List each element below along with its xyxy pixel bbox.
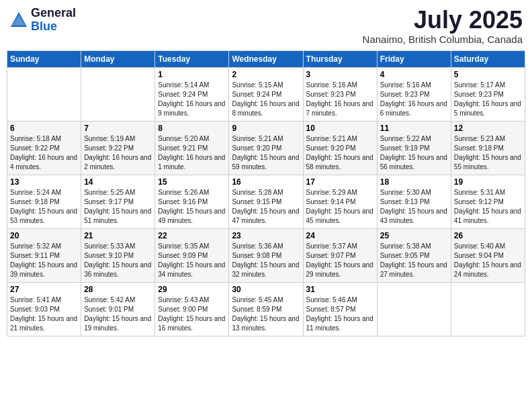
calendar-header-sunday: Sunday [7, 50, 81, 67]
calendar-cell: 20Sunrise: 5:32 AMSunset: 9:11 PMDayligh… [7, 228, 81, 282]
day-number: 8 [158, 124, 226, 133]
logo-icon [9, 11, 28, 30]
day-info: Sunrise: 5:33 AMSunset: 9:10 PMDaylight:… [84, 242, 152, 279]
day-info: Sunrise: 5:17 AMSunset: 9:23 PMDaylight:… [454, 81, 522, 118]
day-number: 16 [232, 177, 300, 187]
calendar-cell: 22Sunrise: 5:35 AMSunset: 9:09 PMDayligh… [155, 228, 229, 282]
day-info: Sunrise: 5:35 AMSunset: 9:09 PMDaylight:… [158, 242, 226, 279]
logo: General Blue [9, 7, 76, 34]
day-info: Sunrise: 5:28 AMSunset: 9:15 PMDaylight:… [232, 188, 300, 226]
day-number: 11 [380, 124, 448, 133]
calendar-cell: 21Sunrise: 5:33 AMSunset: 9:10 PMDayligh… [81, 228, 155, 282]
calendar-week-3: 13Sunrise: 5:24 AMSunset: 9:18 PMDayligh… [7, 175, 525, 228]
calendar-header-wednesday: Wednesday [229, 50, 303, 67]
calendar-cell: 29Sunrise: 5:43 AMSunset: 9:00 PMDayligh… [155, 282, 229, 336]
day-info: Sunrise: 5:16 AMSunset: 9:23 PMDaylight:… [380, 81, 448, 118]
calendar-cell: 31Sunrise: 5:46 AMSunset: 8:57 PMDayligh… [303, 282, 377, 336]
calendar-header-row: SundayMondayTuesdayWednesdayThursdayFrid… [7, 50, 525, 67]
day-info: Sunrise: 5:21 AMSunset: 9:20 PMDaylight:… [232, 134, 300, 172]
calendar-cell: 13Sunrise: 5:24 AMSunset: 9:18 PMDayligh… [7, 175, 81, 228]
calendar-cell: 26Sunrise: 5:40 AMSunset: 9:04 PMDayligh… [451, 228, 525, 282]
location-subtitle: Nanaimo, British Columbia, Canada [363, 34, 523, 45]
calendar-cell: 10Sunrise: 5:21 AMSunset: 9:20 PMDayligh… [303, 121, 377, 175]
day-info: Sunrise: 5:41 AMSunset: 9:03 PMDaylight:… [10, 295, 78, 333]
day-info: Sunrise: 5:19 AMSunset: 9:22 PMDaylight:… [84, 134, 152, 172]
calendar-cell [377, 282, 451, 336]
calendar-cell: 3Sunrise: 5:16 AMSunset: 9:23 PMDaylight… [303, 67, 377, 121]
day-info: Sunrise: 5:31 AMSunset: 9:12 PMDaylight:… [454, 188, 522, 226]
day-info: Sunrise: 5:46 AMSunset: 8:57 PMDaylight:… [306, 295, 374, 333]
calendar-cell [451, 282, 525, 336]
calendar-cell: 12Sunrise: 5:23 AMSunset: 9:18 PMDayligh… [451, 121, 525, 175]
day-number: 5 [454, 70, 522, 79]
day-number: 13 [10, 177, 78, 187]
calendar-cell: 2Sunrise: 5:15 AMSunset: 9:24 PMDaylight… [229, 67, 303, 121]
day-info: Sunrise: 5:24 AMSunset: 9:18 PMDaylight:… [10, 188, 78, 226]
svg-marker-1 [12, 15, 26, 26]
day-number: 23 [232, 231, 300, 240]
day-number: 1 [158, 70, 226, 79]
calendar-cell: 28Sunrise: 5:42 AMSunset: 9:01 PMDayligh… [81, 282, 155, 336]
calendar-header-friday: Friday [377, 50, 451, 67]
day-number: 28 [84, 285, 152, 294]
title-block: July 2025 Nanaimo, British Columbia, Can… [363, 7, 523, 45]
calendar-cell: 1Sunrise: 5:14 AMSunset: 9:24 PMDaylight… [155, 67, 229, 121]
day-number: 17 [306, 177, 374, 187]
calendar-week-4: 20Sunrise: 5:32 AMSunset: 9:11 PMDayligh… [7, 228, 525, 282]
day-number: 15 [158, 177, 226, 187]
day-info: Sunrise: 5:14 AMSunset: 9:24 PMDaylight:… [158, 81, 226, 118]
day-number: 14 [84, 177, 152, 187]
day-number: 10 [306, 124, 374, 133]
calendar-cell: 9Sunrise: 5:21 AMSunset: 9:20 PMDaylight… [229, 121, 303, 175]
day-number: 25 [380, 231, 448, 240]
logo-blue: Blue [31, 20, 76, 34]
calendar-week-5: 27Sunrise: 5:41 AMSunset: 9:03 PMDayligh… [7, 282, 525, 336]
day-info: Sunrise: 5:37 AMSunset: 9:07 PMDaylight:… [306, 242, 374, 279]
calendar-cell: 27Sunrise: 5:41 AMSunset: 9:03 PMDayligh… [7, 282, 81, 336]
day-info: Sunrise: 5:40 AMSunset: 9:04 PMDaylight:… [454, 242, 522, 279]
day-info: Sunrise: 5:22 AMSunset: 9:19 PMDaylight:… [380, 134, 448, 172]
calendar-header-saturday: Saturday [451, 50, 525, 67]
calendar-cell: 6Sunrise: 5:18 AMSunset: 9:22 PMDaylight… [7, 121, 81, 175]
day-number: 22 [158, 231, 226, 240]
calendar-cell: 4Sunrise: 5:16 AMSunset: 9:23 PMDaylight… [377, 67, 451, 121]
day-number: 7 [84, 124, 152, 133]
day-number: 2 [232, 70, 300, 79]
calendar-cell [7, 67, 81, 121]
calendar-cell: 15Sunrise: 5:26 AMSunset: 9:16 PMDayligh… [155, 175, 229, 228]
day-info: Sunrise: 5:32 AMSunset: 9:11 PMDaylight:… [10, 242, 78, 279]
day-number: 19 [454, 177, 522, 187]
calendar-cell: 16Sunrise: 5:28 AMSunset: 9:15 PMDayligh… [229, 175, 303, 228]
day-number: 4 [380, 70, 448, 79]
calendar-week-1: 1Sunrise: 5:14 AMSunset: 9:24 PMDaylight… [7, 67, 525, 121]
calendar-cell: 30Sunrise: 5:45 AMSunset: 8:59 PMDayligh… [229, 282, 303, 336]
day-number: 31 [306, 285, 374, 294]
calendar-table: SundayMondayTuesdayWednesdayThursdayFrid… [7, 50, 525, 336]
calendar-cell: 19Sunrise: 5:31 AMSunset: 9:12 PMDayligh… [451, 175, 525, 228]
day-info: Sunrise: 5:25 AMSunset: 9:17 PMDaylight:… [84, 188, 152, 226]
day-info: Sunrise: 5:29 AMSunset: 9:14 PMDaylight:… [306, 188, 374, 226]
calendar-cell: 14Sunrise: 5:25 AMSunset: 9:17 PMDayligh… [81, 175, 155, 228]
day-info: Sunrise: 5:45 AMSunset: 8:59 PMDaylight:… [232, 295, 300, 333]
day-number: 3 [306, 70, 374, 79]
day-number: 18 [380, 177, 448, 187]
month-year-title: July 2025 [363, 7, 523, 34]
calendar-week-2: 6Sunrise: 5:18 AMSunset: 9:22 PMDaylight… [7, 121, 525, 175]
day-info: Sunrise: 5:15 AMSunset: 9:24 PMDaylight:… [232, 81, 300, 118]
day-info: Sunrise: 5:36 AMSunset: 9:08 PMDaylight:… [232, 242, 300, 279]
calendar-cell: 7Sunrise: 5:19 AMSunset: 9:22 PMDaylight… [81, 121, 155, 175]
calendar-cell: 5Sunrise: 5:17 AMSunset: 9:23 PMDaylight… [451, 67, 525, 121]
calendar-header-monday: Monday [81, 50, 155, 67]
page-header: General Blue July 2025 Nanaimo, British … [7, 7, 525, 45]
day-number: 20 [10, 231, 78, 240]
day-number: 12 [454, 124, 522, 133]
logo-text: General Blue [31, 7, 76, 34]
calendar-cell: 8Sunrise: 5:20 AMSunset: 9:21 PMDaylight… [155, 121, 229, 175]
day-number: 29 [158, 285, 226, 294]
day-number: 30 [232, 285, 300, 294]
day-number: 26 [454, 231, 522, 240]
calendar-cell [81, 67, 155, 121]
day-number: 21 [84, 231, 152, 240]
calendar-cell: 11Sunrise: 5:22 AMSunset: 9:19 PMDayligh… [377, 121, 451, 175]
day-number: 27 [10, 285, 78, 294]
